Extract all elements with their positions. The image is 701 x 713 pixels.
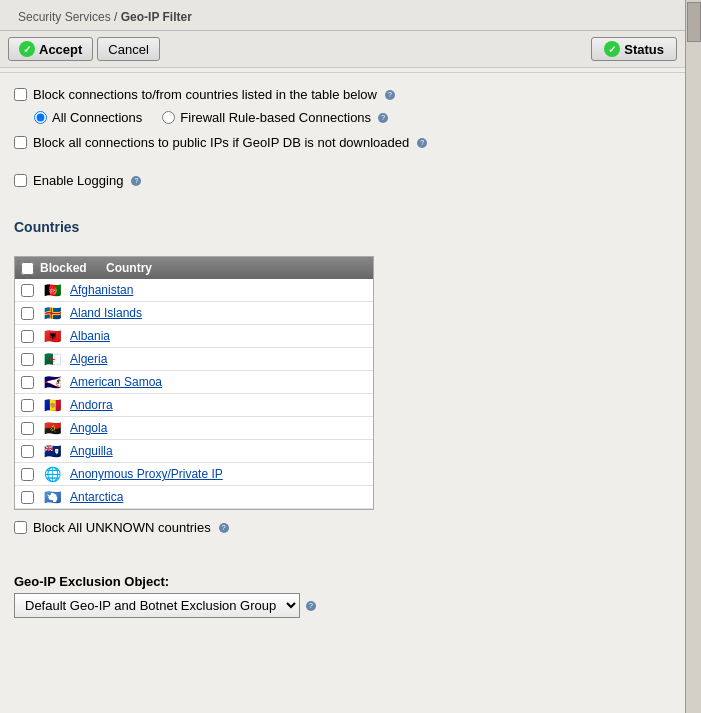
breadcrumb-separator: /	[114, 10, 117, 24]
country-name[interactable]: Antarctica	[70, 490, 123, 504]
country-rows: 🇦🇫Afghanistan🇦🇽Aland Islands🇦🇱Albania🇩🇿A…	[15, 279, 373, 509]
country-flag-icon: 🇦🇽	[40, 305, 64, 321]
country-name[interactable]: Anonymous Proxy/Private IP	[70, 467, 223, 481]
enable-logging-label: Enable Logging	[33, 173, 123, 188]
block-geoip-label: Block all connections to public IPs if G…	[33, 135, 409, 150]
cancel-label: Cancel	[108, 42, 148, 57]
firewall-rule-help-icon[interactable]: ?	[378, 113, 388, 123]
row-blocked-checkbox[interactable]	[21, 445, 34, 458]
countries-section-title: Countries	[14, 211, 671, 241]
exclusion-label: Geo-IP Exclusion Object:	[14, 574, 671, 589]
country-flag-icon: 🇦🇶	[40, 489, 64, 505]
exclusion-section: Geo-IP Exclusion Object: Default Geo-IP …	[14, 574, 671, 618]
block-geoip-row: Block all connections to public IPs if G…	[14, 135, 671, 150]
enable-logging-row: Enable Logging ?	[14, 173, 671, 188]
row-blocked-checkbox[interactable]	[21, 399, 34, 412]
block-connections-row: Block connections to/from countries list…	[14, 87, 671, 102]
firewall-rule-radio-label: Firewall Rule-based Connections	[180, 110, 371, 125]
table-row: 🇦🇮Anguilla	[15, 440, 373, 463]
country-flag-icon: 🇦🇱	[40, 328, 64, 344]
col-country-header: Country	[106, 261, 367, 275]
block-connections-help-icon[interactable]: ?	[385, 90, 395, 100]
firewall-rule-radio[interactable]	[162, 111, 175, 124]
toolbar: ✓ Accept Cancel ✓ Status	[0, 31, 685, 68]
block-connections-label: Block connections to/from countries list…	[33, 87, 377, 102]
country-name[interactable]: Afghanistan	[70, 283, 133, 297]
country-flag-icon: 🌐	[40, 466, 64, 482]
breadcrumb-parent[interactable]: Security Services	[18, 10, 111, 24]
row-blocked-checkbox[interactable]	[21, 307, 34, 320]
toolbar-left: ✓ Accept Cancel	[8, 37, 160, 61]
country-flag-icon: 🇦🇮	[40, 443, 64, 459]
status-label: Status	[624, 42, 664, 57]
table-row: 🇦🇫Afghanistan	[15, 279, 373, 302]
page-title: Geo-IP Filter	[121, 10, 192, 24]
enable-logging-help-icon[interactable]: ?	[131, 176, 141, 186]
divider	[0, 72, 693, 73]
block-unknown-row: Block All UNKNOWN countries ?	[14, 520, 671, 535]
block-connections-checkbox[interactable]	[14, 88, 27, 101]
block-geoip-checkbox[interactable]	[14, 136, 27, 149]
table-row: 🇦🇶Antarctica	[15, 486, 373, 509]
connection-type-row: All Connections Firewall Rule-based Conn…	[34, 110, 671, 125]
row-blocked-checkbox[interactable]	[21, 353, 34, 366]
block-unknown-checkbox[interactable]	[14, 521, 27, 534]
country-name[interactable]: Algeria	[70, 352, 107, 366]
accept-label: Accept	[39, 42, 82, 57]
select-all-checkbox[interactable]	[21, 262, 34, 275]
table-row: 🌐Anonymous Proxy/Private IP	[15, 463, 373, 486]
country-name[interactable]: Angola	[70, 421, 107, 435]
table-row: 🇦🇽Aland Islands	[15, 302, 373, 325]
row-blocked-checkbox[interactable]	[21, 330, 34, 343]
block-unknown-label: Block All UNKNOWN countries	[33, 520, 211, 535]
table-row: 🇦🇴Angola	[15, 417, 373, 440]
enable-logging-checkbox[interactable]	[14, 174, 27, 187]
country-name[interactable]: Anguilla	[70, 444, 113, 458]
row-blocked-checkbox[interactable]	[21, 376, 34, 389]
firewall-rule-radio-item: Firewall Rule-based Connections ?	[162, 110, 388, 125]
cancel-button[interactable]: Cancel	[97, 37, 159, 61]
page-scrollbar[interactable]	[685, 0, 701, 713]
table-header: Blocked Country	[15, 257, 373, 279]
status-check-icon: ✓	[604, 41, 620, 57]
status-button[interactable]: ✓ Status	[591, 37, 677, 61]
breadcrumb: Security Services / Geo-IP Filter	[8, 4, 677, 26]
row-blocked-checkbox[interactable]	[21, 284, 34, 297]
country-flag-icon: 🇩🇿	[40, 351, 64, 367]
all-connections-radio[interactable]	[34, 111, 47, 124]
countries-table: Blocked Country 🇦🇫Afghanistan🇦🇽Aland Isl…	[14, 256, 374, 510]
row-blocked-checkbox[interactable]	[21, 491, 34, 504]
exclusion-select-wrap: Default Geo-IP and Botnet Exclusion Grou…	[14, 593, 671, 618]
accept-button[interactable]: ✓ Accept	[8, 37, 93, 61]
table-row: 🇦🇩Andorra	[15, 394, 373, 417]
country-name[interactable]: Andorra	[70, 398, 113, 412]
country-name[interactable]: Aland Islands	[70, 306, 142, 320]
country-flag-icon: 🇦🇸	[40, 374, 64, 390]
country-name[interactable]: American Samoa	[70, 375, 162, 389]
countries-scroll-area[interactable]: 🇦🇫Afghanistan🇦🇽Aland Islands🇦🇱Albania🇩🇿A…	[15, 279, 373, 509]
exclusion-help-icon[interactable]: ?	[306, 601, 316, 611]
table-row: 🇦🇸American Samoa	[15, 371, 373, 394]
scrollbar-thumb[interactable]	[687, 2, 701, 42]
all-connections-radio-label: All Connections	[52, 110, 142, 125]
country-name[interactable]: Albania	[70, 329, 110, 343]
table-row: 🇦🇱Albania	[15, 325, 373, 348]
col-blocked-header: Blocked	[40, 261, 100, 275]
country-flag-icon: 🇦🇴	[40, 420, 64, 436]
block-geoip-help-icon[interactable]: ?	[417, 138, 427, 148]
country-flag-icon: 🇦🇩	[40, 397, 64, 413]
all-connections-radio-item: All Connections	[34, 110, 142, 125]
row-blocked-checkbox[interactable]	[21, 468, 34, 481]
country-flag-icon: 🇦🇫	[40, 282, 64, 298]
accept-check-icon: ✓	[19, 41, 35, 57]
exclusion-select[interactable]: Default Geo-IP and Botnet Exclusion Grou…	[14, 593, 300, 618]
row-blocked-checkbox[interactable]	[21, 422, 34, 435]
table-row: 🇩🇿Algeria	[15, 348, 373, 371]
block-unknown-help-icon[interactable]: ?	[219, 523, 229, 533]
